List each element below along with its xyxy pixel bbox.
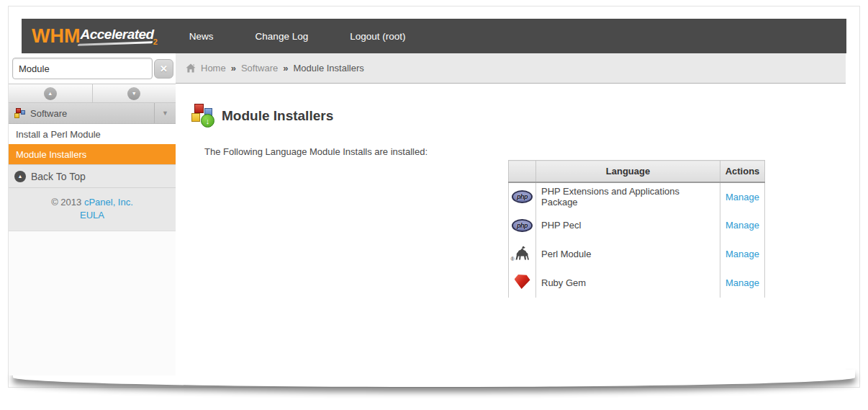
brand-swoosh — [78, 41, 154, 46]
action-cell: Manage — [720, 182, 765, 211]
intro-text: The Following Language Module Installs a… — [204, 146, 846, 157]
language-cell: PHP Pecl — [536, 211, 720, 240]
sidebar-item-module-installers[interactable]: Module Installers — [9, 144, 176, 164]
sidebar-filler — [9, 231, 176, 375]
php-icon: php — [512, 190, 533, 203]
topnav-news[interactable]: News — [189, 31, 214, 42]
table-row: ® Perl Module Manage — [509, 240, 765, 269]
ruby-gem-icon — [515, 275, 530, 289]
action-cell: Manage — [720, 269, 765, 298]
sidebar-footer: © 2013 cPanel, Inc. EULA — [9, 188, 176, 231]
language-column-header: Language — [536, 161, 720, 182]
manage-link[interactable]: Manage — [725, 249, 759, 259]
breadcrumb-home[interactable]: Home — [201, 63, 226, 73]
perl-camel-icon: ® — [513, 244, 532, 262]
table-header-row: Language Actions — [509, 161, 765, 182]
page-title: Module Installers — [222, 108, 333, 124]
arrow-down-icon: ▼ — [127, 87, 140, 100]
sidebar-item-label: Install a Perl Module — [16, 129, 101, 140]
manage-link[interactable]: Manage — [725, 220, 759, 231]
sidebar-item-install-perl-module[interactable]: Install a Perl Module — [9, 124, 176, 144]
sidebar-search-input[interactable] — [12, 58, 153, 79]
arrow-up-circle-icon: ▲ — [14, 171, 26, 182]
cpanel-link[interactable]: cPanel, Inc. — [84, 197, 133, 208]
sidebar-search-row: ✕ — [9, 53, 176, 84]
action-cell: Manage — [720, 211, 765, 240]
language-cell: Ruby Gem — [536, 269, 720, 298]
topbar: WHM Accelerated 2 News Change Log Logout… — [22, 19, 846, 53]
topnav: News Change Log Logout (root) — [189, 31, 406, 42]
home-icon — [186, 63, 196, 73]
search-clear-button[interactable]: ✕ — [154, 59, 173, 79]
actions-column-header: Actions — [720, 161, 765, 182]
software-cubes-icon — [14, 108, 26, 119]
back-to-top-label: Back To Top — [31, 171, 86, 182]
language-cell: PHP Extensions and Applications Package — [536, 182, 720, 211]
main-content: ↓ Module Installers The Following Langua… — [176, 84, 846, 375]
arrow-up-icon: ▲ — [44, 87, 57, 100]
eula-link[interactable]: EULA — [80, 210, 104, 220]
table-row: php PHP Pecl Manage — [509, 211, 765, 240]
sidebar: ✕ ▲ ▼ Software ▼ Install a Perl Modul — [9, 53, 176, 375]
scroll-up-button[interactable]: ▲ — [9, 84, 92, 102]
sidebar-item-label: Module Installers — [16, 149, 86, 160]
back-to-top-button[interactable]: ▲ Back To Top — [9, 164, 176, 188]
registered-mark: ® — [511, 257, 515, 262]
icon-cell: ® — [509, 240, 536, 269]
sidebar-section-software[interactable]: Software ▼ — [9, 103, 176, 124]
scroll-down-button[interactable]: ▼ — [92, 84, 176, 102]
whm-accelerated-logo[interactable]: WHM Accelerated 2 — [32, 27, 158, 46]
chevron-down-icon[interactable]: ▼ — [154, 103, 176, 123]
breadcrumb: Home » Software » Module Installers — [176, 53, 846, 84]
icon-cell: php — [509, 211, 536, 240]
copyright-text: © 2013 — [51, 197, 84, 208]
main-area: Home » Software » Module Installers ↓ Mo… — [176, 53, 846, 375]
topnav-logout[interactable]: Logout (root) — [350, 31, 405, 42]
table-row: Ruby Gem Manage — [509, 269, 765, 298]
breadcrumb-current: Module Installers — [293, 63, 363, 73]
icon-column-header — [509, 161, 536, 182]
icon-cell — [509, 269, 536, 298]
title-row: ↓ Module Installers — [191, 104, 846, 128]
brand-accelerated-wrap: Accelerated — [80, 27, 153, 46]
breadcrumb-separator: » — [231, 63, 236, 73]
table-row: php PHP Extensions and Applications Pack… — [509, 182, 765, 211]
language-cell: Perl Module — [536, 240, 720, 269]
sidebar-scroll-buttons: ▲ ▼ — [9, 84, 176, 103]
action-cell: Manage — [720, 240, 765, 269]
brand-whm: WHM — [32, 27, 80, 46]
whm-page: WHM Accelerated 2 News Change Log Logout… — [8, 6, 860, 388]
close-icon: ✕ — [160, 63, 168, 74]
breadcrumb-software[interactable]: Software — [241, 63, 278, 73]
php-icon: php — [512, 219, 533, 232]
icon-cell: php — [509, 182, 536, 211]
topnav-change-log[interactable]: Change Log — [256, 31, 309, 42]
green-download-badge-icon: ↓ — [201, 114, 214, 128]
section-label: Software — [30, 108, 154, 119]
module-installers-table: Language Actions php PHP Extensions and … — [508, 160, 765, 298]
manage-link[interactable]: Manage — [725, 192, 759, 202]
breadcrumb-separator: » — [283, 63, 288, 73]
module-installers-icon: ↓ — [191, 104, 215, 128]
manage-link[interactable]: Manage — [725, 277, 759, 288]
brand-accelerated: Accelerated — [80, 27, 153, 42]
